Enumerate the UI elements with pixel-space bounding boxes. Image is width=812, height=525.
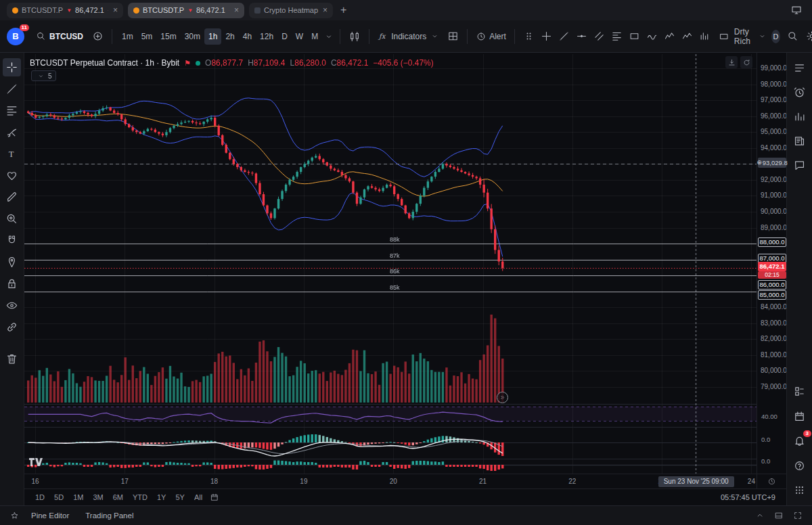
settings-gear-icon[interactable]: [803, 28, 812, 45]
browser-tab[interactable]: BTCUSDT.P▼86,472.1−5×: [7, 3, 123, 18]
jump-to-realtime-button[interactable]: [497, 392, 508, 403]
zigzag-icon[interactable]: [661, 28, 679, 45]
range-5D[interactable]: 5D: [50, 491, 68, 503]
zoom-in-tool-icon[interactable]: [3, 210, 21, 228]
price-axis[interactable]: 99,000.098,000.097,000.096,000.095,000.0…: [757, 53, 786, 474]
parallel-channel-icon[interactable]: [591, 28, 608, 45]
eye-tool-icon[interactable]: [3, 296, 21, 315]
browser-tab[interactable]: BTCUSDT.P▼86,472.1−5×: [128, 3, 244, 18]
range-3M[interactable]: 3M: [89, 491, 107, 503]
wave-pattern-icon[interactable]: [644, 28, 661, 45]
text-tool-icon[interactable]: T: [3, 145, 21, 163]
timezone-clock-icon[interactable]: [766, 476, 778, 488]
range-YTD[interactable]: YTD: [129, 491, 152, 503]
range-5Y[interactable]: 5Y: [171, 491, 188, 503]
cross-line-icon[interactable]: [538, 28, 556, 45]
horizontal-line-icon[interactable]: [573, 28, 591, 45]
crosshair-tool-icon[interactable]: [3, 58, 21, 76]
reset-chart-icon[interactable]: [740, 56, 752, 68]
timezone-corner[interactable]: [757, 474, 786, 488]
user-avatar[interactable]: B 11: [7, 28, 24, 45]
dots-handle-icon[interactable]: [520, 28, 538, 45]
help-icon[interactable]: [791, 457, 809, 474]
layout-name[interactable]: Drty Rich: [734, 27, 755, 46]
indicators-button[interactable]: ƒx Indicators: [375, 28, 443, 45]
apps-icon[interactable]: [791, 482, 809, 499]
calendar-icon[interactable]: [791, 407, 809, 425]
tab-close-button[interactable]: ×: [323, 5, 328, 15]
pin-tool-icon[interactable]: [3, 253, 21, 271]
fib-retracement-icon[interactable]: [608, 28, 626, 45]
range-1M[interactable]: 1M: [69, 491, 87, 503]
trash-tool-icon[interactable]: [3, 350, 21, 368]
maximize-window-icon[interactable]: [790, 508, 805, 523]
indicator-templates-icon[interactable]: [444, 28, 461, 45]
screener-icon[interactable]: [791, 108, 809, 125]
trading-panel-tab[interactable]: Trading Panel: [78, 509, 140, 522]
timeframe-12h[interactable]: 12h: [256, 28, 277, 45]
compare-add-icon[interactable]: [89, 28, 106, 45]
timeframe-chevron-icon[interactable]: [323, 28, 334, 45]
brush-tool-icon[interactable]: [3, 123, 21, 141]
bottom-panel-icon[interactable]: [771, 508, 786, 523]
display-capture-icon[interactable]: [788, 1, 805, 19]
timeframe-15m[interactable]: 15m: [156, 28, 180, 45]
timeframe-5m[interactable]: 5m: [137, 28, 157, 45]
fib-retracement-tool-icon[interactable]: [3, 101, 21, 120]
alert-button[interactable]: Alert: [473, 28, 509, 45]
range-All[interactable]: All: [190, 491, 206, 503]
timeframe-W[interactable]: W: [292, 28, 307, 45]
timeframe-D[interactable]: D: [277, 28, 292, 45]
news-icon[interactable]: [791, 132, 809, 150]
price-tick: 97,000.0: [761, 96, 787, 104]
server-clock[interactable]: 05:57:45 UTC+9: [721, 493, 780, 501]
range-6M[interactable]: 6M: [109, 491, 127, 503]
data-window-icon[interactable]: [791, 383, 809, 401]
bars-pattern-icon[interactable]: [696, 28, 714, 45]
layout-icon[interactable]: [715, 28, 733, 45]
tracked-price-label[interactable]: ⊕ 93,029.8: [758, 158, 786, 168]
hidden-indicators-pill[interactable]: 5: [31, 70, 56, 81]
timeframe-2h[interactable]: 2h: [221, 28, 238, 45]
lock-tool-icon[interactable]: [3, 275, 21, 293]
chat-icon[interactable]: [791, 156, 809, 174]
time-axis[interactable]: 161718192021222324 Sun 23 Nov '25 09:00: [24, 474, 757, 488]
chart-region[interactable]: BTCUSDT Perpetual Contract · 1h · Bybit …: [24, 53, 757, 474]
symbol-search[interactable]: BTCUSD: [31, 26, 87, 47]
browser-tab[interactable]: Crypto Heatmap×: [249, 3, 333, 18]
trend-line-tool-icon[interactable]: [3, 80, 21, 98]
tab-close-button[interactable]: ×: [113, 5, 118, 15]
favorites-star-icon[interactable]: [7, 508, 22, 523]
timeframe-M[interactable]: M: [307, 28, 322, 45]
range-1Y[interactable]: 1Y: [153, 491, 170, 503]
price-tick: 81,000.0: [761, 351, 787, 359]
rectangle-icon[interactable]: [626, 28, 644, 45]
trend-line-icon[interactable]: [556, 28, 573, 45]
open-panel-chevron-icon[interactable]: [752, 508, 767, 523]
timeframe-1m[interactable]: 1m: [118, 28, 137, 45]
desktop-badge[interactable]: D: [771, 30, 780, 43]
zigzag-dots-icon[interactable]: [679, 28, 696, 45]
tab-close-button[interactable]: ×: [234, 5, 239, 15]
magnet-tool-icon[interactable]: [3, 231, 21, 250]
quick-search-icon[interactable]: [784, 28, 802, 45]
scroll-to-bar-icon[interactable]: [725, 56, 738, 68]
emoticon-tool-icon[interactable]: [3, 166, 21, 185]
range-1D[interactable]: 1D: [31, 491, 49, 503]
layout-chevron-icon[interactable]: [757, 28, 767, 45]
timeframe-30m[interactable]: 30m: [181, 28, 204, 45]
watchlist-icon[interactable]: [791, 59, 809, 76]
new-tab-button[interactable]: +: [338, 4, 349, 16]
alarm-icon[interactable]: [791, 83, 809, 101]
price-chart-canvas[interactable]: [24, 54, 757, 474]
price-tick: 96,000.0: [761, 112, 787, 120]
timeframe-1h[interactable]: 1h: [204, 28, 221, 45]
chart-type-candles-icon[interactable]: [346, 28, 363, 45]
measure-tool-icon[interactable]: [3, 188, 21, 206]
go-to-date-icon[interactable]: [208, 490, 221, 504]
timeframe-4h[interactable]: 4h: [239, 28, 256, 45]
statusbar-right-icons: [752, 508, 805, 523]
link-tool-icon[interactable]: [3, 318, 21, 336]
pine-editor-tab[interactable]: Pine Editor: [24, 509, 76, 522]
tab-title: BTCUSDT.P: [143, 6, 184, 14]
